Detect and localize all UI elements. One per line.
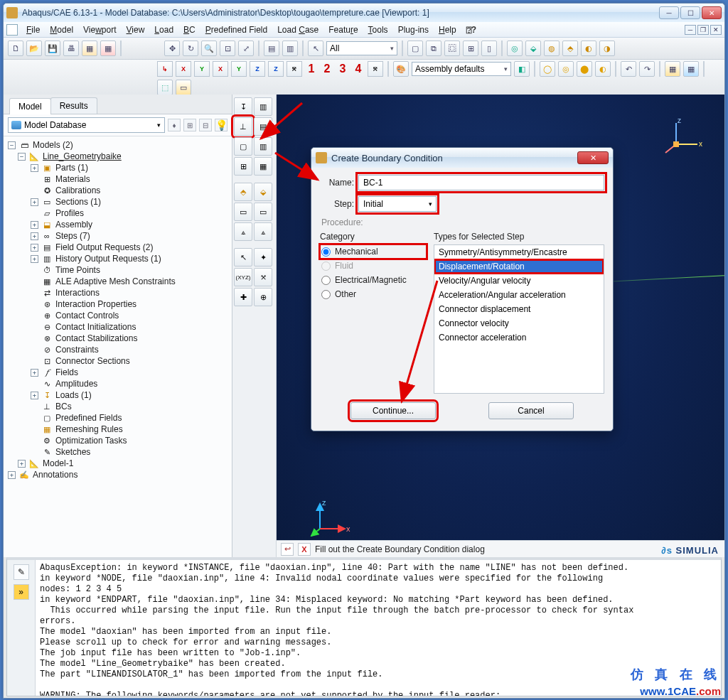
- menu-predefined[interactable]: Predefined Field: [201, 23, 272, 36]
- tool-asm6[interactable]: ⟁: [254, 222, 272, 241]
- mdi-restore[interactable]: ❐: [697, 25, 709, 35]
- axis-zneg[interactable]: Z: [268, 61, 284, 77]
- tool-case[interactable]: ⊞: [234, 157, 252, 176]
- mdi-minimize[interactable]: ─: [685, 25, 696, 35]
- type-option-selected[interactable]: Displacement/Rotation: [434, 259, 604, 274]
- ov4-icon[interactable]: ◐: [595, 61, 611, 77]
- type-option[interactable]: Velocity/Angular velocity: [434, 274, 604, 288]
- context-help-icon[interactable]: ⍰?: [466, 25, 476, 35]
- view-2[interactable]: 2: [321, 63, 333, 75]
- view-1[interactable]: 1: [305, 63, 318, 75]
- console-tab2-icon[interactable]: »: [14, 584, 29, 600]
- fit-icon[interactable]: ⤢: [238, 41, 254, 56]
- render5-icon[interactable]: ◐: [581, 41, 596, 56]
- ov1-icon[interactable]: ◯: [540, 61, 555, 77]
- view-4[interactable]: 4: [352, 63, 365, 75]
- cursor-icon[interactable]: ↖: [308, 41, 323, 56]
- axis-x[interactable]: X: [176, 61, 191, 77]
- menu-bc[interactable]: BC: [179, 23, 200, 36]
- menu-feature[interactable]: Feature: [324, 23, 362, 36]
- open-icon[interactable]: 📂: [26, 41, 42, 56]
- new-icon[interactable]: 🗋: [8, 41, 23, 56]
- database-select[interactable]: Model Database: [8, 117, 165, 133]
- tool-query[interactable]: ✦: [254, 248, 272, 266]
- tool-asm1[interactable]: ⬘: [234, 183, 252, 201]
- layer-icon[interactable]: ⬚: [157, 80, 173, 95]
- tool-asm5[interactable]: ⟁: [234, 222, 252, 241]
- vp-btn1[interactable]: ▢: [407, 41, 423, 56]
- ov3-icon[interactable]: ⬤: [577, 61, 592, 77]
- render6-icon[interactable]: ◑: [599, 41, 615, 56]
- tool-icon[interactable]: ▦: [82, 41, 97, 56]
- display-group-select[interactable]: All: [326, 41, 397, 55]
- menu-plugins[interactable]: Plug-ins: [394, 23, 433, 36]
- dialog-close-button[interactable]: ✕: [577, 151, 609, 164]
- name-input[interactable]: [358, 175, 604, 190]
- tool-ref2[interactable]: ⊕: [254, 288, 272, 306]
- grid1-icon[interactable]: ▤: [264, 41, 279, 56]
- vp-btn4[interactable]: ⊞: [463, 41, 478, 56]
- view-3[interactable]: 3: [336, 63, 349, 75]
- tool-create-bc[interactable]: ⊥: [234, 117, 252, 136]
- mesh2-icon[interactable]: ▦: [683, 61, 699, 77]
- grid2-icon[interactable]: ▥: [282, 41, 298, 56]
- axis-z[interactable]: Z: [250, 61, 265, 77]
- maximize-button[interactable]: ☐: [680, 6, 700, 19]
- pan-icon[interactable]: ✥: [164, 41, 180, 56]
- render1-icon[interactable]: ◎: [507, 41, 523, 56]
- render2-icon[interactable]: ⬙: [525, 41, 541, 56]
- menu-loadcase[interactable]: Load Case: [273, 23, 323, 36]
- menu-help[interactable]: Help: [434, 23, 461, 36]
- tool-ref[interactable]: ✚: [234, 288, 252, 306]
- type-option[interactable]: Connector displacement: [434, 302, 604, 316]
- color-scheme-select[interactable]: Assembly defaults: [412, 62, 511, 76]
- cancel-button[interactable]: Cancel: [488, 402, 574, 419]
- vp-btn3[interactable]: ⿴: [444, 41, 460, 56]
- expand-icon[interactable]: ⊞: [183, 119, 196, 131]
- tool-bc-manager[interactable]: ▤: [254, 117, 272, 136]
- type-option[interactable]: Connector velocity: [434, 316, 604, 330]
- minimize-button[interactable]: ─: [659, 6, 679, 19]
- prompt-back-icon[interactable]: ↩: [281, 543, 294, 556]
- menu-load[interactable]: Load: [150, 23, 178, 36]
- print-icon[interactable]: 🖶: [63, 41, 79, 56]
- render3-icon[interactable]: ◍: [544, 41, 560, 56]
- cube-icon[interactable]: ◧: [514, 61, 530, 77]
- type-option[interactable]: Symmetry/Antisymmetry/Encastre: [434, 245, 604, 259]
- close-button[interactable]: ✕: [702, 6, 722, 19]
- rotate-icon[interactable]: ↻: [183, 41, 198, 56]
- mdi-close[interactable]: ✕: [710, 25, 722, 35]
- filter-icon[interactable]: ♦: [168, 119, 181, 131]
- hint-icon[interactable]: 💡: [215, 119, 228, 131]
- console-tab1-icon[interactable]: ✎: [14, 564, 29, 580]
- mesh1-icon[interactable]: ▦: [665, 61, 680, 77]
- prompt-cancel-icon[interactable]: X: [298, 543, 311, 556]
- tool-datum[interactable]: (XYZ): [234, 268, 252, 286]
- axis-xneg[interactable]: X: [213, 61, 228, 77]
- menu-tools[interactable]: Tools: [364, 23, 392, 36]
- tool-predef[interactable]: ▢: [234, 137, 252, 156]
- redo-icon[interactable]: ↷: [639, 61, 655, 77]
- type-option[interactable]: Connector acceleration: [434, 330, 604, 345]
- tool2-icon[interactable]: ▦: [100, 41, 116, 56]
- tool-case-mgr[interactable]: ▦: [254, 157, 272, 176]
- axis-xy[interactable]: ↳: [157, 61, 173, 77]
- dialog-step-select[interactable]: Initial: [358, 196, 437, 212]
- save-icon[interactable]: 💾: [45, 41, 60, 56]
- tree-icon[interactable]: ⊟: [199, 119, 212, 131]
- menu-file[interactable]: File: [22, 23, 44, 36]
- zoom-icon[interactable]: 🔍: [201, 41, 217, 56]
- menu-view[interactable]: View: [122, 23, 149, 36]
- tool-asm3[interactable]: ▭: [234, 203, 252, 221]
- radio-mechanical[interactable]: Mechanical: [320, 244, 427, 259]
- color-icon[interactable]: 🎨: [393, 61, 409, 77]
- zoombox-icon[interactable]: ⊡: [220, 41, 235, 56]
- tab-results[interactable]: Results: [50, 97, 97, 114]
- tool-select[interactable]: ↖: [234, 248, 252, 266]
- menu-model[interactable]: Model: [46, 23, 77, 36]
- ov2-icon[interactable]: ◎: [558, 61, 574, 77]
- vp-btn2[interactable]: ⧉: [426, 41, 441, 56]
- model-tree[interactable]: −🗃Models (2) −📐Line_Geometrybaike +▣Part…: [4, 136, 232, 557]
- layer2-icon[interactable]: ▭: [176, 80, 191, 95]
- radio-electrical[interactable]: Electrical/Magnetic: [320, 273, 427, 287]
